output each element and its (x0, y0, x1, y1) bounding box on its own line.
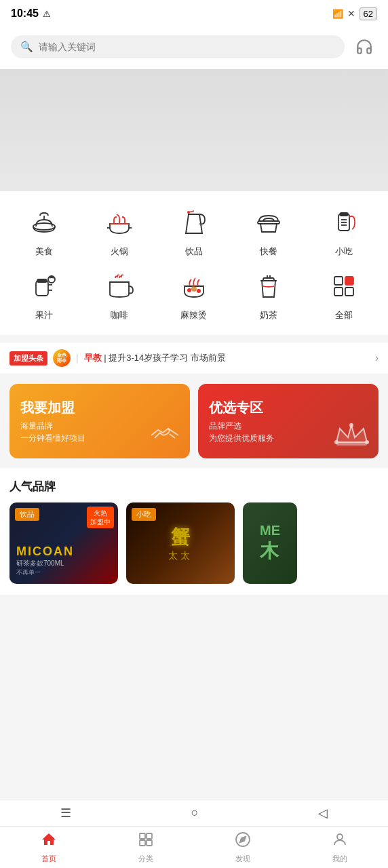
category-kafei[interactable]: 咖啡 (81, 269, 156, 321)
nav-home[interactable]: 首页 (0, 827, 97, 868)
nav-mine-label: 我的 (332, 854, 347, 864)
category-grid: 美食 火锅 饮品 (0, 191, 388, 335)
crown-icon (333, 418, 370, 452)
brand-card-taitan[interactable]: 小吃 蟹 太太 (126, 502, 235, 584)
category-malatan[interactable]: 麻辣烫 (157, 269, 231, 321)
brands-section: 人气品牌 饮品 火热加盟中 MICOAN 研茶多款700ML 不再单一 小吃 蟹… (0, 468, 388, 595)
status-time: 10:45 (11, 7, 39, 20)
search-box[interactable]: 🔍 (11, 35, 345, 58)
svg-point-26 (334, 440, 338, 444)
brand-hot-badge: 火热加盟中 (87, 507, 114, 528)
nav-home-label: 首页 (41, 854, 56, 864)
battery-icon: 62 (360, 7, 377, 20)
category-yinpin[interactable]: 饮品 (157, 205, 231, 258)
svg-rect-4 (258, 221, 279, 224)
category-meishi-label: 美食 (35, 245, 53, 258)
svg-rect-18 (263, 278, 274, 281)
banner-area[interactable] (0, 69, 388, 191)
nav-category-label: 分类 (138, 854, 153, 864)
promo-premium-card[interactable]: 优选专区 品牌严选 为您提供优质服务 (198, 384, 379, 458)
brand-card-micoan[interactable]: 饮品 火热加盟中 MICOAN 研茶多款700ML 不再单一 (9, 502, 118, 584)
category-icon (138, 831, 154, 852)
promo-join-title: 我要加盟 (20, 399, 179, 417)
promo-premium-title: 优选专区 (209, 399, 368, 417)
svg-point-17 (197, 289, 201, 293)
category-naicha-label: 奶茶 (260, 309, 277, 321)
mine-icon (332, 831, 348, 852)
brands-scroll[interactable]: 饮品 火热加盟中 MICOAN 研茶多款700ML 不再单一 小吃 蟹 太太 M… (9, 502, 379, 595)
svg-rect-24 (345, 288, 353, 296)
category-guozhi[interactable]: 果汁 (7, 269, 81, 321)
svg-point-27 (349, 423, 353, 427)
promo-section: 我要加盟 海量品牌 一分钟看懂好项目 优选专区 品牌严选 为您提供优质服务 (0, 374, 388, 468)
search-area: 🔍 (0, 27, 388, 69)
svg-rect-25 (336, 442, 367, 446)
category-xiaochi-label: 小吃 (335, 245, 353, 258)
brands-title: 人气品牌 (9, 479, 379, 494)
wifi-icon: 📶 (332, 9, 343, 19)
search-input[interactable] (39, 41, 335, 52)
ad-logo-circle: 金色雨伞 (53, 349, 71, 367)
nav-discover-label: 发现 (235, 854, 250, 864)
category-huoguo[interactable]: 火锅 (81, 205, 156, 258)
category-guozhi-label: 果汁 (35, 309, 53, 321)
svg-rect-31 (140, 840, 145, 846)
android-nav: ☰ ○ ◁ (0, 799, 388, 826)
category-yinpin-label: 饮品 (185, 245, 203, 258)
warning-icon: ⚠ (43, 9, 51, 19)
svg-marker-34 (239, 836, 245, 842)
discover-icon (235, 831, 251, 852)
svg-point-28 (365, 440, 369, 444)
promo-join-card[interactable]: 我要加盟 海量品牌 一分钟看懂好项目 (9, 384, 190, 458)
headset-icon[interactable] (351, 34, 377, 60)
bottom-nav: 首页 分类 发现 我的 (0, 826, 388, 868)
category-kafei-label: 咖啡 (111, 309, 128, 321)
svg-rect-21 (334, 277, 343, 285)
svg-rect-30 (147, 833, 152, 839)
handshake-icon (148, 415, 182, 452)
android-home-btn[interactable]: ○ (191, 806, 199, 820)
svg-rect-10 (36, 281, 48, 296)
status-icons: 📶 ✕ 62 (332, 7, 377, 20)
svg-point-15 (187, 288, 191, 292)
nav-category[interactable]: 分类 (97, 827, 194, 868)
ad-arrow-icon: › (375, 352, 379, 364)
category-malatan-label: 麻辣烫 (180, 309, 207, 321)
nav-mine[interactable]: 我的 (291, 827, 388, 868)
svg-point-16 (191, 286, 197, 292)
ad-tag: 加盟头条 (9, 351, 47, 366)
category-kuaican[interactable]: 快餐 (231, 205, 306, 258)
search-icon: 🔍 (20, 41, 33, 53)
category-huoguo-label: 火锅 (111, 245, 128, 258)
ad-banner[interactable]: 加盟头条 金色雨伞 | 早教 | 提升3-14岁孩子学习 市场前景 › (0, 342, 388, 374)
category-meishi[interactable]: 美食 (7, 205, 81, 258)
svg-rect-22 (345, 277, 353, 285)
category-naicha[interactable]: 奶茶 (231, 269, 306, 321)
svg-rect-29 (140, 833, 145, 839)
brand-card-other[interactable]: ME木 (243, 502, 297, 584)
category-kuaican-label: 快餐 (260, 245, 277, 258)
home-icon (41, 831, 57, 852)
brand-micoan-tag: 饮品 (15, 508, 39, 521)
category-all[interactable]: 全部 (307, 269, 381, 321)
ad-text: 早教 | 提升3-14岁孩子学习 市场前景 (84, 352, 370, 364)
category-all-label: 全部 (335, 309, 353, 321)
category-xiaochi[interactable]: 小吃 (307, 205, 381, 258)
android-menu-btn[interactable]: ☰ (60, 806, 71, 821)
ad-logo: 金色雨伞 (53, 349, 71, 367)
status-bar: 10:45 ⚠ 📶 ✕ 62 (0, 0, 388, 27)
signal-x-icon: ✕ (347, 8, 355, 19)
nav-discover[interactable]: 发现 (194, 827, 291, 868)
svg-rect-23 (334, 288, 343, 296)
android-back-btn[interactable]: ◁ (318, 806, 328, 821)
svg-point-35 (337, 834, 343, 840)
svg-rect-32 (147, 840, 152, 846)
